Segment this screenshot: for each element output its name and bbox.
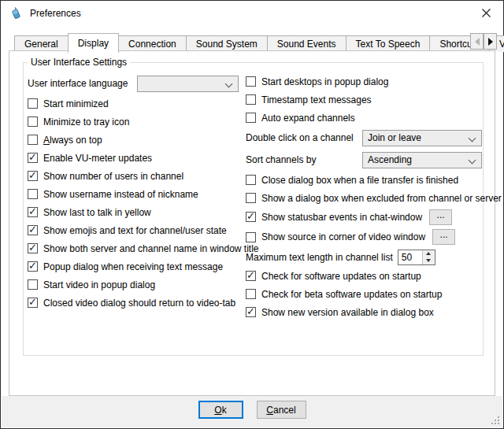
checkbox-start-minimized[interactable]: Start minimized xyxy=(28,94,242,113)
checkbox-label: Timestamp text messages xyxy=(261,94,372,105)
spinbox-value[interactable]: 50 xyxy=(398,250,422,264)
checkbox-close-on-transfer[interactable]: Close dialog box when a file transfer is… xyxy=(246,171,482,189)
checkbox[interactable] xyxy=(246,175,256,185)
tab-display[interactable]: Display xyxy=(68,33,119,53)
spinbox-buttons xyxy=(422,250,435,264)
double-click-combobox[interactable]: Join or leave xyxy=(362,130,482,146)
chevron-down-icon xyxy=(469,156,476,164)
double-click-label: Double click on a channel xyxy=(246,132,362,143)
checkbox-video-popup[interactable]: Start video in popup dialog xyxy=(28,276,242,294)
resize-grip[interactable] xyxy=(490,415,499,424)
checkbox-label: Check for beta software updates on start… xyxy=(261,289,442,300)
window-title: Preferences xyxy=(30,8,81,19)
chevron-down-icon xyxy=(225,80,233,87)
checkbox-closed-video-return[interactable]: Closed video dialog should return to vid… xyxy=(28,294,242,312)
checkbox-label: Show username instead of nickname xyxy=(43,189,198,200)
preferences-dialog: Preferences General Display Connection S… xyxy=(0,0,504,429)
checkbox-show-user-count[interactable]: Show number of users in channel xyxy=(28,167,242,185)
checkbox-check-beta-updates[interactable]: Check for beta software updates on start… xyxy=(246,285,482,303)
double-click-row: Double click on a channel Join or leave xyxy=(246,127,482,149)
checkbox-vu-meter-updates[interactable]: Enable VU-meter updates xyxy=(28,149,242,167)
checkbox-label: Show number of users in channel xyxy=(43,171,183,182)
checkbox-always-on-top[interactable]: Always on top xyxy=(28,131,242,149)
checkbox-minimize-to-tray[interactable]: Minimize to tray icon xyxy=(28,113,242,131)
tab-text-to-speech[interactable]: Text To Speech xyxy=(346,35,431,52)
checkbox[interactable] xyxy=(246,271,256,281)
sort-channels-row: Sort channels by Ascending xyxy=(246,149,482,171)
chevron-down-icon xyxy=(469,134,476,142)
spin-down-button[interactable] xyxy=(423,257,435,264)
close-button[interactable] xyxy=(472,3,499,23)
checkbox[interactable] xyxy=(246,94,256,105)
checkbox[interactable] xyxy=(28,279,38,290)
tab-sound-events[interactable]: Sound Events xyxy=(267,35,346,52)
cancel-button[interactable]: Cancel xyxy=(257,401,306,419)
checkbox-label: Enable VU-meter updates xyxy=(43,153,152,164)
tab-connection[interactable]: Connection xyxy=(118,35,187,52)
checkbox-timestamp-messages[interactable]: Timestamp text messages xyxy=(246,91,482,109)
user-interface-settings-group: User Interface Settings User interface l… xyxy=(23,62,484,356)
checkbox-auto-expand-channels[interactable]: Auto expand channels xyxy=(246,109,482,127)
checkbox-label: Auto expand channels xyxy=(261,113,355,124)
checkbox-new-version-dialog[interactable]: Show new version available in dialog box xyxy=(246,303,482,321)
statusbar-events-browse-button[interactable]: ... xyxy=(429,209,452,225)
ellipsis-label: ... xyxy=(437,210,445,220)
checkbox-last-to-talk[interactable]: Show last to talk in yellow xyxy=(28,203,242,221)
sort-channels-combobox[interactable]: Ascending xyxy=(362,152,482,168)
checkbox[interactable] xyxy=(246,232,256,242)
checkbox[interactable] xyxy=(246,289,256,299)
checkbox-label: Show emojis and text for channel/user st… xyxy=(43,225,227,236)
checkbox-label: Always on top xyxy=(43,135,102,146)
checkbox[interactable] xyxy=(246,212,256,222)
checkbox[interactable] xyxy=(246,307,256,317)
ellipsis-label: ... xyxy=(440,230,448,239)
checkbox[interactable] xyxy=(28,207,38,217)
titlebar[interactable]: Preferences xyxy=(1,1,503,25)
checkbox[interactable] xyxy=(28,98,38,109)
checkbox-label: Close dialog box when a file transfer is… xyxy=(261,175,458,186)
checkbox[interactable] xyxy=(28,243,38,253)
checkbox-label: Show source in corner of video window xyxy=(261,231,425,242)
checkbox[interactable] xyxy=(28,261,38,272)
checkbox[interactable] xyxy=(28,225,38,235)
language-combobox[interactable] xyxy=(137,76,239,92)
checkbox[interactable] xyxy=(28,135,38,145)
tab-general[interactable]: General xyxy=(14,35,69,52)
checkbox-popup-text-message[interactable]: Popup dialog when receiving text message xyxy=(28,257,242,276)
tab-sound-system[interactable]: Sound System xyxy=(186,35,268,52)
checkbox-show-username[interactable]: Show username instead of nickname xyxy=(28,185,242,203)
group-legend: User Interface Settings xyxy=(28,57,130,68)
max-text-length-row: Maximum text length in channel list 50 xyxy=(246,247,482,267)
checkbox[interactable] xyxy=(28,189,38,199)
checkbox-label: Start video in popup dialog xyxy=(43,279,155,290)
button-strip: Ok Cancel xyxy=(2,396,502,427)
max-text-length-spinbox[interactable]: 50 xyxy=(398,250,435,265)
checkbox[interactable] xyxy=(28,153,38,163)
tab-strip: General Display Connection Sound System … xyxy=(14,33,504,52)
video-source-browse-button[interactable]: ... xyxy=(432,229,455,245)
tab-scroll-right-button[interactable] xyxy=(484,33,497,50)
tab-scroll-left-button[interactable] xyxy=(470,33,484,50)
checkbox-label: Closed video dialog should return to vid… xyxy=(43,298,235,309)
spin-up-button[interactable] xyxy=(423,250,435,257)
dialog-buttons: Ok Cancel xyxy=(2,401,502,419)
checkbox-server-channel-title[interactable]: Show both server and channel name in win… xyxy=(28,239,242,257)
checkbox-desktops-popup[interactable]: Start desktops in popup dialog xyxy=(246,72,482,91)
walkie-talkie-icon xyxy=(9,7,22,20)
ok-button[interactable]: Ok xyxy=(198,401,243,419)
checkbox[interactable] xyxy=(28,298,38,308)
checkbox[interactable] xyxy=(28,171,38,181)
checkbox[interactable] xyxy=(28,116,38,127)
max-text-length-label: Maximum text length in channel list xyxy=(246,252,393,263)
checkbox[interactable] xyxy=(246,193,256,203)
double-click-value: Join or leave xyxy=(368,132,421,143)
checkbox-label: Show last to talk in yellow xyxy=(43,207,151,218)
checkbox[interactable] xyxy=(246,76,256,87)
checkbox-excluded-dialog[interactable]: Show a dialog box when excluded from cha… xyxy=(246,189,482,207)
arrow-left-icon xyxy=(475,38,480,46)
sort-channels-value: Ascending xyxy=(368,154,412,165)
checkbox[interactable] xyxy=(246,113,256,123)
checkbox-label: Show a dialog box when excluded from cha… xyxy=(261,193,502,204)
checkbox-emojis-text-state[interactable]: Show emojis and text for channel/user st… xyxy=(28,221,242,239)
checkbox-check-updates[interactable]: Check for software updates on startup xyxy=(246,267,482,285)
